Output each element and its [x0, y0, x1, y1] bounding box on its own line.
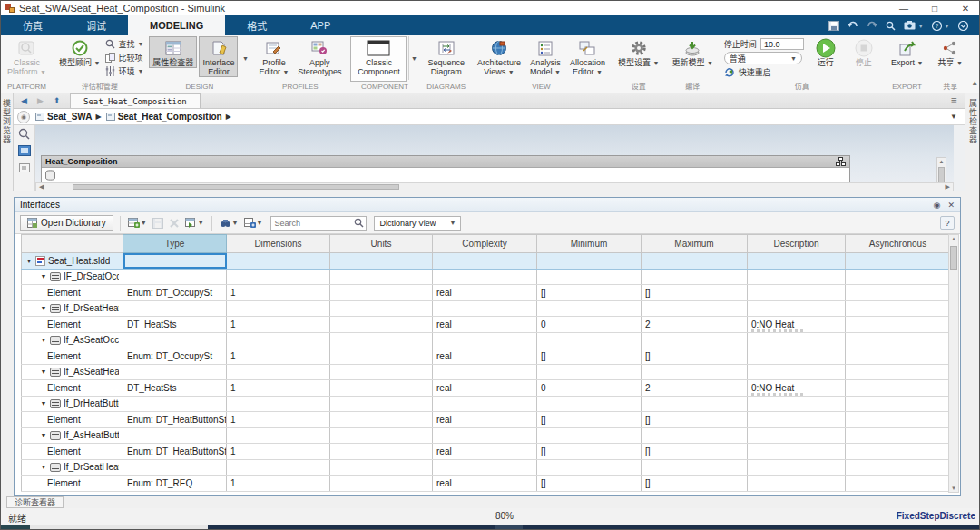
column-header-maximum[interactable]: Maximum — [642, 235, 748, 253]
cell-complexity[interactable]: real — [433, 285, 537, 301]
sidebar-tab-property-inspector[interactable]: 属性检查器 — [965, 93, 980, 191]
cell-maximum[interactable] — [642, 269, 748, 285]
add-row-icon[interactable]: ▼ — [243, 217, 264, 230]
cell-description[interactable] — [748, 253, 846, 270]
cell-type[interactable] — [123, 332, 227, 348]
cell-dimensions[interactable]: 1 — [227, 412, 330, 428]
save-icon[interactable] — [828, 21, 839, 31]
simulation-mode-dropdown[interactable]: 普通▼ — [724, 52, 802, 64]
cell-asynchronous[interactable] — [846, 459, 951, 476]
column-header-tree[interactable] — [22, 235, 123, 253]
panel-menu-icon[interactable]: ◉ — [934, 201, 941, 210]
button-sequence-diagram[interactable]: SequenceDiagram — [424, 36, 468, 77]
cell-minimum[interactable]: [] — [537, 412, 642, 428]
cell-minimum[interactable] — [537, 332, 642, 348]
stop-time-input[interactable] — [760, 38, 804, 50]
viewport-icon[interactable] — [17, 162, 31, 174]
tree-cell[interactable]: Element — [22, 444, 123, 460]
cell-dimensions[interactable]: 1 — [227, 380, 330, 397]
screenshot-icon[interactable]: ▼ — [904, 21, 924, 30]
cell-minimum[interactable] — [537, 253, 642, 270]
breadcrumb-separator-icon[interactable]: ▶ — [226, 113, 231, 121]
cell-minimum[interactable]: [] — [537, 444, 642, 460]
cell-dimensions[interactable] — [227, 396, 330, 412]
cell-maximum[interactable]: 2 — [642, 317, 748, 333]
cell-description[interactable]: 0:NO Heat — [748, 380, 846, 397]
column-header-asynchronous[interactable]: Asynchronous — [846, 235, 951, 253]
forward-icon[interactable]: ▶ — [34, 93, 46, 108]
cell-type[interactable] — [123, 427, 227, 444]
cell-maximum[interactable]: [] — [642, 476, 748, 492]
minimize-button[interactable]: — — [888, 1, 919, 15]
import-icon[interactable]: ▼ — [184, 217, 205, 230]
table-vertical-scrollbar[interactable]: ▲ ▼ — [948, 234, 959, 493]
cell-maximum[interactable] — [642, 396, 748, 412]
table-row[interactable]: ElementEnum: DT_HeatButtonSt1real[][] — [22, 412, 951, 428]
tree-expand-icon[interactable]: ▼ — [40, 273, 47, 280]
tree-cell[interactable]: Element — [22, 317, 123, 333]
table-row[interactable]: ElementEnum: DT_HeatButtonSt1real[][] — [22, 444, 951, 460]
table-row[interactable]: ElementDT_HeatSts1real020:NO Heat — [22, 317, 951, 333]
cell-units[interactable] — [330, 332, 433, 348]
table-row[interactable]: ▼If_AsSeatHeatSt — [22, 364, 951, 380]
cell-maximum[interactable]: [] — [642, 412, 748, 428]
cell-type[interactable] — [123, 300, 227, 317]
cell-dimensions[interactable] — [227, 427, 330, 444]
sidebar-tab-model-browser[interactable]: 模型浏览器 — [1, 93, 14, 191]
up-to-parent-icon[interactable]: ⬆ — [51, 93, 63, 108]
cell-description[interactable] — [748, 444, 846, 460]
cell-type[interactable]: Enum: DT_REQ — [123, 476, 227, 492]
cell-complexity[interactable] — [433, 332, 537, 348]
cell-asynchronous[interactable] — [846, 427, 951, 444]
document-tab[interactable]: Seat_Heat_Composition — [70, 93, 201, 108]
tree-cell[interactable]: ▼If_AsSeatOccupy — [22, 332, 123, 348]
undo-icon[interactable] — [848, 21, 858, 30]
cell-complexity[interactable]: real — [433, 348, 537, 365]
search-field[interactable] — [271, 219, 354, 228]
cell-minimum[interactable]: 0 — [537, 317, 642, 333]
table-row[interactable]: ElementDT_HeatSts1real020:NO Heat — [22, 380, 951, 397]
tree-cell[interactable]: ▼If_AsHeatButton — [22, 427, 123, 444]
cell-description[interactable] — [748, 364, 846, 380]
tree-cell[interactable]: ▼Seat_Heat.sldd — [22, 253, 123, 270]
cell-maximum[interactable]: 2 — [642, 380, 748, 397]
cell-asynchronous[interactable] — [846, 253, 951, 270]
cell-maximum[interactable] — [642, 253, 748, 270]
button-profile-editor[interactable]: ProfileEditor ▼ — [255, 36, 292, 78]
table-row[interactable]: ElementEnum: DT_OccupySt1real[][] — [22, 348, 951, 365]
scrollbar-thumb[interactable] — [938, 167, 945, 182]
breadcrumb-item[interactable]: Seat_Heat_Composition — [106, 112, 222, 122]
button-compare[interactable]: 比较项 — [105, 52, 143, 64]
scroll-left-icon[interactable]: ◀ — [39, 183, 44, 191]
cell-complexity[interactable] — [433, 269, 537, 285]
tree-expand-icon[interactable]: ▼ — [40, 337, 47, 343]
cell-dimensions[interactable]: 1 — [227, 317, 330, 333]
ribbon-tab-调试[interactable]: 调试 — [64, 15, 128, 35]
cell-asynchronous[interactable] — [846, 364, 951, 380]
tree-cell[interactable]: ▼IF_DrSeatOccup — [22, 269, 123, 285]
tree-cell[interactable]: ▼If_AsSeatHeatSt — [22, 364, 123, 380]
cell-units[interactable] — [330, 444, 433, 460]
button-property-inspector[interactable]: 属性检查器 — [149, 36, 197, 68]
cell-minimum[interactable] — [537, 396, 642, 412]
cell-description[interactable] — [748, 285, 846, 301]
cell-minimum[interactable]: [] — [537, 285, 642, 301]
cell-minimum[interactable]: 0 — [537, 380, 642, 397]
cell-description[interactable] — [748, 269, 846, 285]
table-row[interactable]: ▼If_DrSeatHeatCc — [22, 459, 951, 476]
button-apply-stereotypes[interactable]: ApplyStereotypes — [294, 36, 345, 77]
cell-description[interactable] — [748, 427, 846, 444]
cell-asynchronous[interactable] — [846, 317, 951, 333]
gallery-dropdown-icon[interactable]: ▼ — [408, 36, 418, 80]
canvas-horizontal-scrollbar[interactable]: ◀ ▶ — [35, 182, 954, 191]
button-update-model[interactable]: 更新模型 ▼ — [668, 36, 716, 69]
button-model-advisor[interactable]: 模型顾问 ▼ — [55, 36, 103, 69]
tree-cell[interactable]: Element — [22, 348, 123, 365]
cell-maximum[interactable]: [] — [642, 348, 748, 365]
breadcrumb-dropdown-icon[interactable]: ▼ — [950, 113, 965, 121]
cell-complexity[interactable]: real — [433, 476, 537, 492]
cell-complexity[interactable]: real — [433, 317, 537, 333]
cell-asynchronous[interactable] — [846, 285, 951, 301]
tree-cell[interactable]: Element — [22, 412, 123, 428]
column-header-minimum[interactable]: Minimum — [537, 235, 642, 253]
